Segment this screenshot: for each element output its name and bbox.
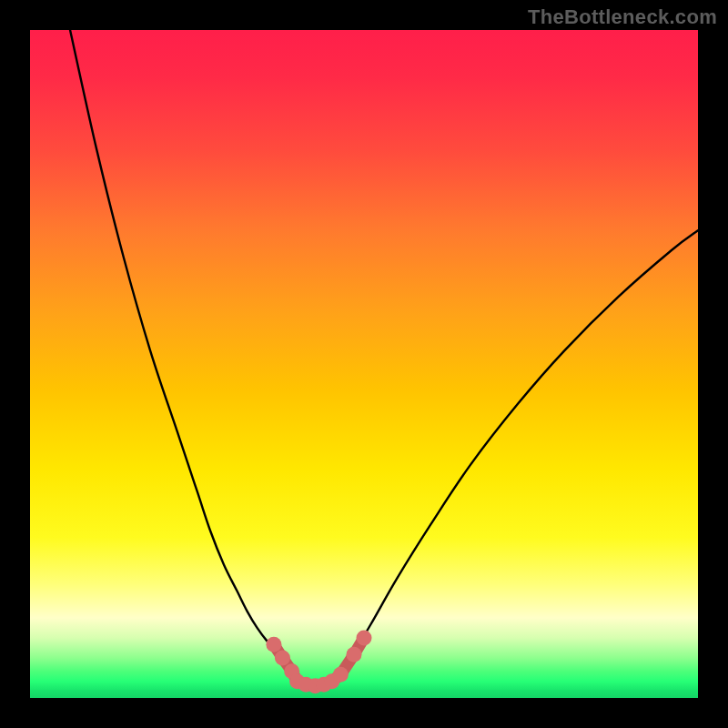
- bottleneck-curve: [70, 30, 698, 686]
- marker-group: [266, 630, 371, 693]
- curve-layer: [30, 30, 698, 698]
- plot-area: [30, 30, 698, 698]
- marker-point-0: [266, 637, 281, 652]
- curve-path: [70, 30, 698, 686]
- watermark-text: TheBottleneck.com: [528, 5, 717, 29]
- marker-point-10: [357, 630, 372, 645]
- marker-point-9: [346, 647, 361, 662]
- marker-point-8: [333, 667, 349, 682]
- chart-frame: TheBottleneck.com: [0, 0, 728, 728]
- marker-point-1: [275, 650, 290, 665]
